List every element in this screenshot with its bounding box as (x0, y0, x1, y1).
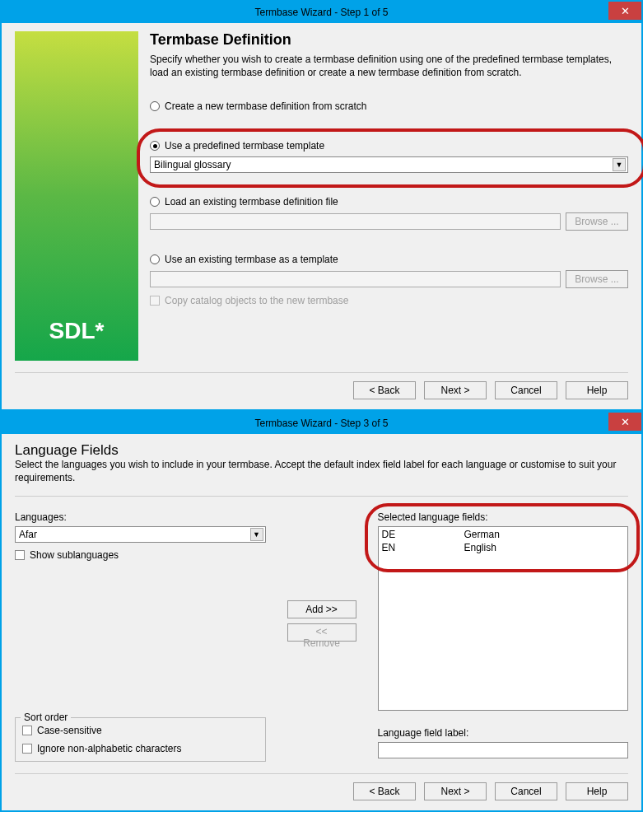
close-icon: ✕ (621, 5, 630, 17)
chevron-down-icon: ▼ (250, 528, 263, 541)
radio-use-existing[interactable] (150, 254, 160, 264)
lang-code: DE (382, 529, 464, 542)
browse-file-button[interactable]: Browse ... (566, 212, 628, 231)
wizard-button-bar: < Back Next > Cancel Help (15, 372, 628, 399)
template-select[interactable]: Bilingual glossary ▼ (150, 156, 628, 173)
close-icon: ✕ (621, 416, 630, 428)
radio-predefined[interactable] (150, 141, 160, 151)
page-description: Select the languages you wish to include… (15, 459, 628, 484)
case-sensitive-checkbox[interactable] (22, 726, 32, 735)
selected-fields-list[interactable]: DE German EN English (378, 526, 629, 711)
list-item[interactable]: EN English (382, 542, 625, 555)
browse-existing-button[interactable]: Browse ... (566, 270, 628, 288)
case-sensitive-label: Case-sensitive (37, 725, 102, 736)
ignore-nonalpha-checkbox[interactable] (22, 744, 32, 754)
titlebar[interactable]: Termbase Wizard - Step 3 of 5 ✕ (2, 413, 641, 434)
back-button[interactable]: < Back (353, 782, 416, 800)
wizard-step1-window: Termbase Wizard - Step 1 of 5 ✕ SDL* Ter… (0, 0, 643, 411)
radio-load-file[interactable] (150, 197, 160, 207)
list-item[interactable]: DE German (382, 529, 625, 542)
load-file-path (150, 213, 561, 230)
cancel-button[interactable]: Cancel (495, 782, 557, 800)
chevron-down-icon: ▼ (613, 158, 626, 171)
show-sublanguages-checkbox[interactable] (15, 550, 25, 560)
wizard-button-bar: < Back Next > Cancel Help (15, 773, 628, 800)
existing-termbase-path (150, 271, 561, 287)
copy-catalog-checkbox (150, 296, 160, 306)
language-field-label-caption: Language field label: (378, 727, 629, 739)
titlebar[interactable]: Termbase Wizard - Step 1 of 5 ✕ (2, 2, 641, 23)
lang-name: German (464, 529, 500, 542)
ignore-nonalpha-label: Ignore non-alphabetic characters (37, 743, 181, 754)
lang-name: English (464, 542, 496, 555)
radio-scratch-label: Create a new termbase definition from sc… (165, 100, 366, 112)
radio-scratch[interactable] (150, 101, 160, 111)
cancel-button[interactable]: Cancel (495, 381, 557, 399)
copy-catalog-label: Copy catalog objects to the new termbase (165, 295, 348, 306)
help-button[interactable]: Help (566, 782, 628, 800)
radio-load-file-label: Load an existing termbase definition fil… (165, 196, 338, 208)
languages-select[interactable]: Afar ▼ (15, 526, 266, 543)
language-field-label-input[interactable] (378, 742, 629, 758)
languages-label: Languages: (15, 511, 266, 523)
sdl-logo: SDL* (15, 318, 138, 344)
remove-button[interactable]: << Remove (287, 623, 356, 642)
help-button[interactable]: Help (566, 381, 628, 399)
next-button[interactable]: Next > (424, 381, 487, 399)
close-button[interactable]: ✕ (608, 413, 641, 431)
show-sublanguages-label: Show sublanguages (30, 549, 119, 561)
wizard-step3-window: Termbase Wizard - Step 3 of 5 ✕ Language… (0, 411, 643, 812)
page-description: Specify whether you wish to create a ter… (150, 54, 628, 79)
wizard-sidebar-banner: SDL* (15, 31, 138, 361)
window-title: Termbase Wizard - Step 1 of 5 (254, 7, 388, 18)
radio-predefined-label: Use a predefined termbase template (165, 140, 324, 152)
languages-select-value: Afar (19, 529, 37, 540)
window-title: Termbase Wizard - Step 3 of 5 (254, 418, 388, 429)
selected-fields-label: Selected language fields: (378, 511, 629, 523)
page-heading: Language Fields (15, 442, 628, 459)
close-button[interactable]: ✕ (608, 2, 641, 20)
page-heading: Termbase Definition (150, 31, 628, 49)
template-select-value: Bilingual glossary (154, 159, 231, 170)
back-button[interactable]: < Back (353, 381, 416, 399)
add-button[interactable]: Add >> (287, 600, 356, 618)
lang-code: EN (382, 542, 464, 555)
radio-use-existing-label: Use an existing termbase as a template (165, 254, 338, 265)
sort-order-legend: Sort order (21, 712, 71, 723)
next-button[interactable]: Next > (424, 782, 487, 800)
